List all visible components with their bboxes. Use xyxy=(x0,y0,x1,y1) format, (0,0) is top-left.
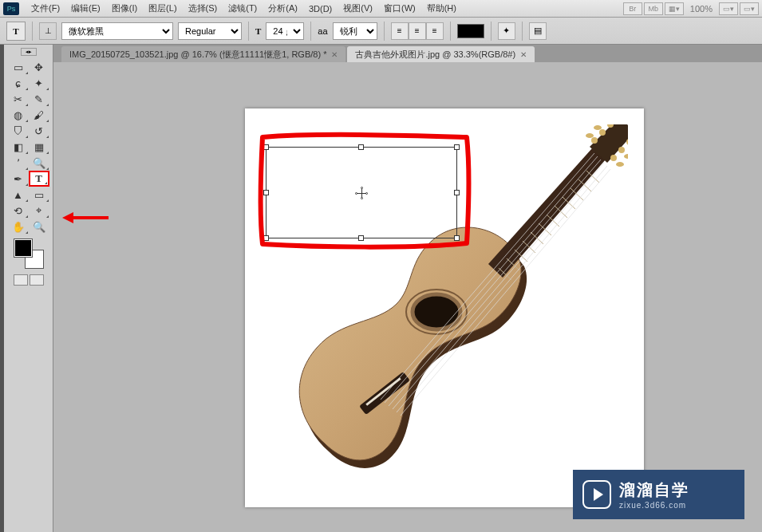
character-panel-button[interactable]: ▤ xyxy=(529,22,547,40)
menu-layer[interactable]: 图层(L) xyxy=(143,2,182,14)
menu-image[interactable]: 图像(I) xyxy=(106,2,143,14)
close-icon[interactable]: ✕ xyxy=(520,50,527,59)
eyedropper-tool[interactable]: ✎ xyxy=(29,91,49,107)
annotation-red-box xyxy=(253,128,476,251)
options-bar: T ⊥ 微软雅黑 Regular T 24 点 aa 锐利 ≡ ≡ ≡ ✦ ▤ xyxy=(0,18,762,45)
menu-view[interactable]: 视图(V) xyxy=(338,2,378,14)
svg-point-29 xyxy=(594,125,602,130)
document-tab[interactable]: 古典吉他外观图片.jpg @ 33.3%(RGB/8#) ✕ xyxy=(347,46,535,62)
menu-help[interactable]: 帮助(H) xyxy=(421,2,462,14)
standard-mode-button[interactable] xyxy=(14,274,28,286)
tab-label: IMG_20150725_103521.jpg @ 16.7% (惬意11111… xyxy=(69,49,326,61)
menu-3d[interactable]: 3D(D) xyxy=(303,4,338,14)
svg-point-23 xyxy=(599,129,606,136)
svg-point-28 xyxy=(586,133,594,138)
font-family-select[interactable]: 微软雅黑 xyxy=(61,22,173,40)
mask-mode-group xyxy=(14,274,44,286)
watermark-title: 溜溜自学 xyxy=(619,479,689,501)
minibridge-icon[interactable]: Mb xyxy=(644,2,663,15)
menu-file[interactable]: 文件(F) xyxy=(26,2,65,14)
menu-select[interactable]: 选择(S) xyxy=(183,2,223,14)
annotation-arrow xyxy=(62,210,110,226)
lasso-tool[interactable]: ɕ xyxy=(8,75,29,91)
history-brush-tool[interactable]: ↺ xyxy=(29,123,49,139)
arrange-icon[interactable]: ▭▾ xyxy=(719,2,738,15)
tab-label: 古典吉他外观图片.jpg @ 33.3%(RGB/8#) xyxy=(355,49,515,61)
font-style-select[interactable]: Regular xyxy=(178,22,242,40)
menu-filter[interactable]: 滤镜(T) xyxy=(223,2,263,14)
antialias-label: aa xyxy=(318,26,327,36)
menu-analysis[interactable]: 分析(A) xyxy=(263,2,303,14)
close-icon[interactable]: ✕ xyxy=(331,50,338,59)
workspace-icon[interactable]: ▭▾ xyxy=(740,2,759,15)
align-left-button[interactable]: ≡ xyxy=(391,22,409,40)
marquee-tool[interactable]: ▭ xyxy=(8,59,29,75)
svg-marker-35 xyxy=(62,212,73,223)
font-size-icon: T xyxy=(255,26,261,36)
svg-point-25 xyxy=(610,155,617,161)
document-tabs: IMG_20150725_103521.jpg @ 16.7% (惬意11111… xyxy=(53,45,762,62)
pen-tool[interactable]: ✒ xyxy=(8,171,29,187)
tool-panel: ◂▸ ▭ ✥ ɕ ✦ ✂ ✎ ◍ 🖌 ⛉ ↺ ◧ ▦ ՚ 🔍 ✒ T ▲ ▭ ⟲… xyxy=(4,45,53,532)
type-tool[interactable]: T xyxy=(29,171,49,187)
canvas-area: IMG_20150725_103521.jpg @ 16.7% (惬意11111… xyxy=(53,45,762,532)
text-orientation-toggle[interactable]: ⊥ xyxy=(39,22,57,40)
shape-tool[interactable]: ▭ xyxy=(29,187,49,203)
color-swatches[interactable] xyxy=(14,239,43,268)
gradient-tool[interactable]: ▦ xyxy=(29,139,49,155)
bridge-icon[interactable]: Br xyxy=(623,2,642,15)
svg-point-31 xyxy=(616,162,624,167)
zoom-tool[interactable]: 🔍 xyxy=(29,219,49,234)
dodge-tool[interactable]: 🔍 xyxy=(29,155,49,171)
crop-tool[interactable]: ✂ xyxy=(8,91,29,107)
align-center-button[interactable]: ≡ xyxy=(409,22,426,40)
svg-point-26 xyxy=(618,147,625,153)
stamp-tool[interactable]: ⛉ xyxy=(8,123,29,139)
panel-collapse-toggle[interactable]: ◂▸ xyxy=(21,48,37,56)
brush-tool[interactable]: 🖌 xyxy=(29,107,49,123)
text-align-group: ≡ ≡ ≡ xyxy=(391,22,444,40)
3d-camera-tool[interactable]: ⌖ xyxy=(29,203,49,219)
menu-window[interactable]: 窗口(W) xyxy=(378,2,421,14)
warp-text-button[interactable]: ✦ xyxy=(498,22,515,40)
active-tool-indicator[interactable]: T xyxy=(6,22,26,41)
document-canvas[interactable] xyxy=(245,108,644,507)
watermark: 溜溜自学 zixue.3d66.com xyxy=(573,470,744,519)
svg-point-22 xyxy=(591,137,598,144)
quickmask-mode-button[interactable] xyxy=(30,274,44,286)
move-tool[interactable]: ✥ xyxy=(29,59,49,75)
foreground-color[interactable] xyxy=(14,239,32,257)
text-color-swatch[interactable] xyxy=(457,24,484,38)
document-tab[interactable]: IMG_20150725_103521.jpg @ 16.7% (惬意11111… xyxy=(61,46,345,62)
menu-edit[interactable]: 编辑(E) xyxy=(65,2,106,14)
screen-mode-icon[interactable]: ▦▾ xyxy=(665,2,684,15)
antialias-select[interactable]: 锐利 xyxy=(333,22,377,40)
zoom-level[interactable]: 100% xyxy=(685,4,717,14)
3d-tool[interactable]: ⟲ xyxy=(8,203,29,219)
svg-point-0 xyxy=(413,294,460,329)
blur-tool[interactable]: ՚ xyxy=(8,155,29,171)
heal-tool[interactable]: ◍ xyxy=(8,107,29,123)
align-right-button[interactable]: ≡ xyxy=(426,22,444,40)
menubar: Ps 文件(F) 编辑(E) 图像(I) 图层(L) 选择(S) 滤镜(T) 分… xyxy=(0,0,762,18)
path-select-tool[interactable]: ▲ xyxy=(8,187,29,203)
svg-point-32 xyxy=(624,154,628,159)
hand-tool[interactable]: ✋ xyxy=(8,219,29,234)
font-size-select[interactable]: 24 点 xyxy=(266,22,304,40)
play-icon xyxy=(582,480,611,509)
app-logo: Ps xyxy=(3,2,19,15)
wand-tool[interactable]: ✦ xyxy=(29,75,49,91)
watermark-url: zixue.3d66.com xyxy=(619,501,689,510)
eraser-tool[interactable]: ◧ xyxy=(8,139,29,155)
